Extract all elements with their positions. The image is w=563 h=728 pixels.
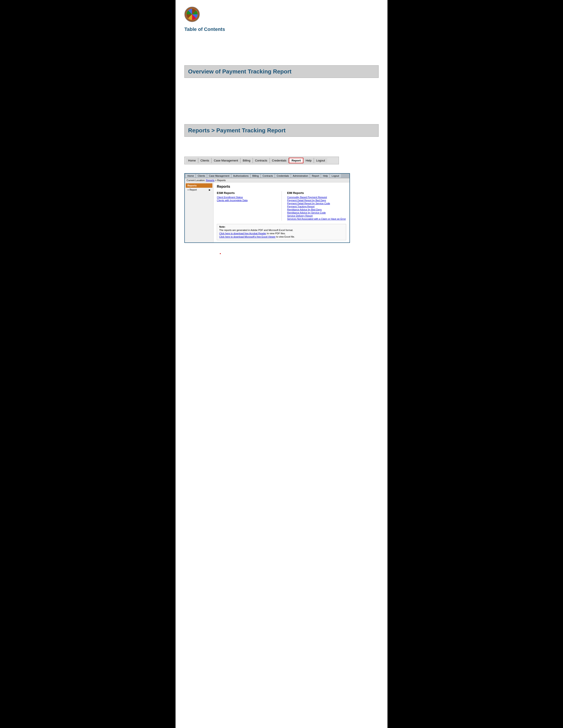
- eim-link-payment-service-code[interactable]: Payment Detail Report by Service Code: [287, 202, 347, 205]
- outer-nav-credentials[interactable]: Credentials: [270, 158, 289, 163]
- inner-body: Reports » Report ▶ Reports ESM Reports C…: [185, 182, 350, 242]
- sidebar-reports-item[interactable]: Reports: [186, 183, 212, 188]
- sidebar-arrow-icon: ▶: [209, 189, 211, 191]
- eim-link-remittance-bed-days[interactable]: Remittance Advice by Bed Days: [287, 208, 347, 211]
- note-excel-line: Click here to download Microsoft's free …: [219, 235, 344, 238]
- current-location-prefix: Current Location:: [186, 179, 205, 182]
- inner-nav-home[interactable]: Home: [186, 174, 196, 178]
- note-heading: Note:: [219, 225, 344, 228]
- section1-header: Overview of Payment Tracking Report: [184, 65, 379, 78]
- outer-nav-help[interactable]: Help: [304, 158, 314, 163]
- section1-heading: Overview of Payment Tracking Report: [188, 68, 375, 75]
- note-excel-link[interactable]: Click here to download Microsoft's free …: [219, 235, 275, 238]
- eim-reports-column: EIM Reports Commodity Based Payment Requ…: [287, 191, 347, 221]
- eim-link-commodity[interactable]: Commodity Based Payment Request: [287, 196, 347, 199]
- inner-nav-help[interactable]: Help: [321, 174, 330, 178]
- note-acrobat-line: Click here to download free Acrobat Read…: [219, 232, 344, 235]
- reports-columns: ESM Reports Client Enrollment Status Cli…: [217, 191, 346, 221]
- section2-heading: Reports > Payment Tracking Report: [188, 127, 375, 134]
- column-divider: [282, 191, 282, 221]
- inner-nav-administration[interactable]: Administration: [291, 174, 310, 178]
- inner-nav-case-management[interactable]: Case Management: [207, 174, 231, 178]
- inner-nav-billing[interactable]: Billing: [250, 174, 261, 178]
- inner-sidebar: Reports » Report ▶: [185, 182, 213, 242]
- inner-nav-report[interactable]: Report: [310, 174, 321, 178]
- eim-link-remittance-service-code[interactable]: Remittance Advice by Service Code: [287, 211, 347, 214]
- inner-nav-authorizations[interactable]: Authorizations: [231, 174, 250, 178]
- outer-nav-billing[interactable]: Billing: [240, 158, 253, 163]
- outer-nav-contracts[interactable]: Contracts: [253, 158, 270, 163]
- inner-nav-logout[interactable]: Logout: [330, 174, 341, 178]
- outer-nav-home[interactable]: Home: [186, 158, 198, 163]
- logo-area: [184, 7, 379, 22]
- red-dot-area: •: [184, 252, 379, 258]
- outer-nav-clients[interactable]: Clients: [198, 158, 212, 163]
- inner-nav-bar: Home Clients Case Management Authorizati…: [185, 174, 350, 178]
- eim-section-heading: EIM Reports: [287, 191, 347, 195]
- eim-link-payment-bed-days[interactable]: Payment Detail Report by Bed Days: [287, 199, 347, 202]
- red-dot-indicator: •: [220, 252, 221, 256]
- esm-link-incomplete[interactable]: Clients with Incomplete Data: [217, 199, 276, 202]
- eim-link-payment-tracking[interactable]: Payment Tracking Report: [287, 205, 347, 208]
- note-box: Note: The reports are generated in Adobe…: [217, 224, 346, 240]
- inner-nav-contracts[interactable]: Contracts: [261, 174, 275, 178]
- eim-link-service-delivery[interactable]: Service Delivery Report: [287, 214, 347, 217]
- section2-header: Reports > Payment Tracking Report: [184, 124, 379, 137]
- outer-nav-bar: Home Clients Case Management Billing Con…: [184, 157, 339, 164]
- reports-heading: Reports: [217, 185, 346, 189]
- esm-link-enrollment[interactable]: Client Enrollment Status: [217, 196, 276, 199]
- eim-link-services-not-associated[interactable]: Services Not Associated with a Claim or …: [287, 218, 347, 220]
- esm-section-heading: ESM Reports: [217, 191, 276, 195]
- toc-title: Table of Contents: [184, 26, 379, 32]
- note-acrobat-link[interactable]: Click here to download free Acrobat Read…: [219, 232, 266, 235]
- current-location-suffix: > Reports: [215, 179, 226, 182]
- inner-nav-clients[interactable]: Clients: [196, 174, 207, 178]
- inner-screenshot-box: Home Clients Case Management Authorizati…: [184, 173, 350, 243]
- logo-image: [184, 7, 200, 22]
- sidebar-report-sub-item[interactable]: » Report ▶: [186, 188, 212, 192]
- note-description: The reports are generated in Adobe PDF a…: [219, 229, 344, 231]
- esm-reports-column: ESM Reports Client Enrollment Status Cli…: [217, 191, 276, 221]
- inner-nav-credentials[interactable]: Credentials: [275, 174, 291, 178]
- current-location-reports-link[interactable]: Reports: [206, 179, 214, 182]
- current-location-bar: Current Location: Reports > Reports: [185, 178, 350, 182]
- outer-nav-logout[interactable]: Logout: [314, 158, 327, 163]
- outer-nav-report[interactable]: Report: [289, 158, 304, 163]
- inner-main-content: Reports ESM Reports Client Enrollment St…: [213, 182, 350, 242]
- outer-nav-case-management[interactable]: Case Management: [211, 158, 240, 163]
